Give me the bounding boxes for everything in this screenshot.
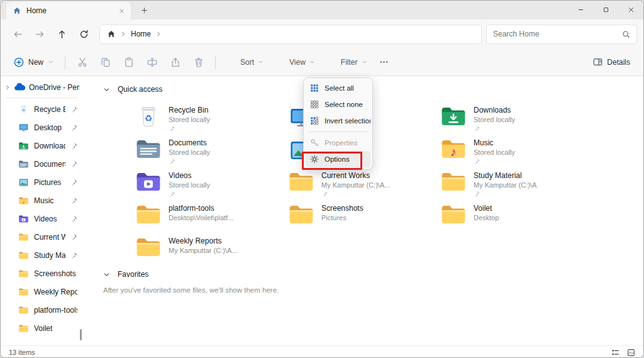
pin-icon [474, 191, 480, 197]
sidebar-item-onedrive[interactable]: OneDrive - Pers [1, 79, 82, 96]
menu-item-select-none[interactable]: Select none [306, 96, 370, 113]
sidebar-item-screenshots[interactable]: Screenshots [1, 264, 82, 282]
up-button[interactable] [51, 25, 73, 44]
item-count: 13 items [9, 349, 35, 356]
sort-button[interactable]: Sort [221, 52, 270, 72]
title-bar: Home [1, 1, 643, 20]
sidebar-item-videos[interactable]: Videos [1, 210, 82, 228]
sidebar-item-music[interactable]: Music [1, 191, 82, 210]
favorites-empty-text: After you've favorited some files, we'll… [103, 286, 279, 294]
sidebar-item-documents[interactable]: Documents [1, 155, 82, 173]
chevron-down-icon [48, 59, 53, 65]
back-icon [13, 30, 23, 39]
folder-icon [18, 306, 29, 315]
rename-icon [147, 57, 157, 67]
sidebar-item-platform-tools[interactable]: platform-tools [1, 301, 82, 319]
grid-item-study-material[interactable]: Study Material My Kamputtar (C:)\A [440, 171, 589, 197]
grid-item-videos[interactable]: Videos Stored locally [135, 171, 284, 197]
item-location: Stored locally [169, 148, 210, 157]
details-button[interactable]: Details [587, 52, 636, 72]
folder-icon [18, 233, 29, 242]
grid-item-voilet[interactable]: Voilet Desktop [440, 203, 589, 226]
plus-icon [141, 7, 148, 14]
share-button[interactable] [164, 52, 187, 72]
grid-item-recycle-bin[interactable]: Recycle Bin Stored locally [135, 105, 284, 131]
recycle-bin-icon [18, 105, 29, 114]
item-name: Music [474, 138, 515, 148]
forward-button[interactable] [29, 25, 51, 44]
new-tab-button[interactable] [136, 2, 152, 18]
menu-item-select-all[interactable]: Select all [306, 80, 370, 96]
sidebar-item-voilet[interactable]: Voilet [1, 319, 82, 337]
view-button[interactable]: View [270, 52, 321, 72]
grid-item-weekly-reports[interactable]: Weekly Reports My Kamputtar (C:)\A... [135, 236, 284, 259]
item-location: Stored locally [474, 115, 515, 124]
grid-item-documents[interactable]: Documents Stored locally [135, 138, 284, 164]
close-button[interactable] [618, 1, 643, 19]
select-all-icon [310, 84, 319, 92]
chevron-down-icon [309, 59, 315, 65]
view-icon [276, 57, 286, 67]
sidebar-item-study-material[interactable]: Study Materi [1, 246, 82, 264]
item-name: Recycle Bin [169, 106, 210, 115]
folder-icon [18, 269, 29, 278]
item-name: Documents [169, 138, 210, 148]
menu-item-invert-selection[interactable]: Invert selection [306, 113, 370, 129]
folder-icon [18, 324, 29, 333]
folder-icon [18, 251, 29, 260]
sidebar-item-weekly-reports[interactable]: Weekly Reports [1, 282, 82, 301]
invert-selection-icon [310, 116, 319, 125]
details-view-icon[interactable] [611, 349, 619, 357]
sidebar-item-desktop[interactable]: Desktop [1, 118, 82, 137]
quick-access-label: Quick access [118, 85, 162, 94]
rename-button[interactable] [140, 52, 164, 72]
search-input[interactable] [493, 30, 617, 38]
paste-button[interactable] [117, 52, 140, 72]
breadcrumb-home[interactable]: Home [131, 30, 151, 38]
see-more-button[interactable] [374, 52, 395, 72]
maximize-button[interactable] [593, 1, 618, 19]
sidebar-item-current-work[interactable]: Current Work [1, 228, 82, 246]
plus-circle-icon [14, 57, 24, 67]
item-location: My Kamputtar (C:)\A... [321, 181, 390, 189]
filter-button[interactable]: Filter [321, 52, 374, 72]
refresh-icon [79, 30, 89, 39]
chevron-down-icon [103, 271, 110, 278]
view-label: View [289, 58, 306, 67]
sort-label: Sort [240, 58, 254, 67]
back-button[interactable] [7, 25, 29, 44]
navigation-pane: OneDrive - Pers Recycle Bin Desktop Down… [1, 76, 82, 345]
delete-button[interactable] [187, 52, 210, 72]
item-name: Current Works [321, 171, 390, 181]
thumbnail-view-icon[interactable] [627, 349, 635, 357]
close-icon [119, 8, 125, 14]
grid-item-screenshots[interactable]: Screenshots Pictures [288, 203, 436, 226]
maximize-icon [602, 6, 609, 13]
favorites-header[interactable]: Favorites [103, 270, 148, 279]
sidebar-item-label: Voilet [34, 324, 77, 333]
new-button[interactable]: New [8, 52, 60, 72]
sidebar-scrollbar[interactable] [80, 329, 82, 340]
copy-icon [101, 57, 111, 67]
sidebar-item-recycle-bin[interactable]: Recycle Bin [1, 100, 82, 118]
sidebar-item-pictures[interactable]: Pictures [1, 173, 82, 191]
tab-home[interactable]: Home [6, 2, 131, 20]
grid-item-music[interactable]: Music Stored locally [440, 138, 589, 164]
cut-button[interactable] [70, 52, 94, 72]
item-name: Videos [169, 171, 210, 181]
search-box[interactable] [486, 25, 637, 44]
grid-item-platform-tools[interactable]: platform-tools Desktop\Voilet\platf... [135, 203, 284, 226]
minimize-button[interactable] [568, 1, 593, 19]
quick-access-header[interactable]: Quick access [103, 85, 162, 94]
grid-item-downloads[interactable]: Downloads Stored locally [440, 105, 589, 131]
item-name: Screenshots [321, 204, 364, 213]
sidebar-item-downloads[interactable]: Downloads [1, 137, 82, 155]
breadcrumb[interactable]: Home [99, 25, 482, 44]
refresh-button[interactable] [73, 25, 95, 44]
home-icon [13, 6, 21, 15]
copy-button[interactable] [94, 52, 117, 72]
grid-item-current-works[interactable]: Current Works My Kamputtar (C:)\A... [288, 171, 436, 197]
sidebar-item-label: Documents [34, 160, 65, 169]
filter-icon [328, 57, 337, 67]
tab-close-button[interactable] [116, 5, 127, 16]
